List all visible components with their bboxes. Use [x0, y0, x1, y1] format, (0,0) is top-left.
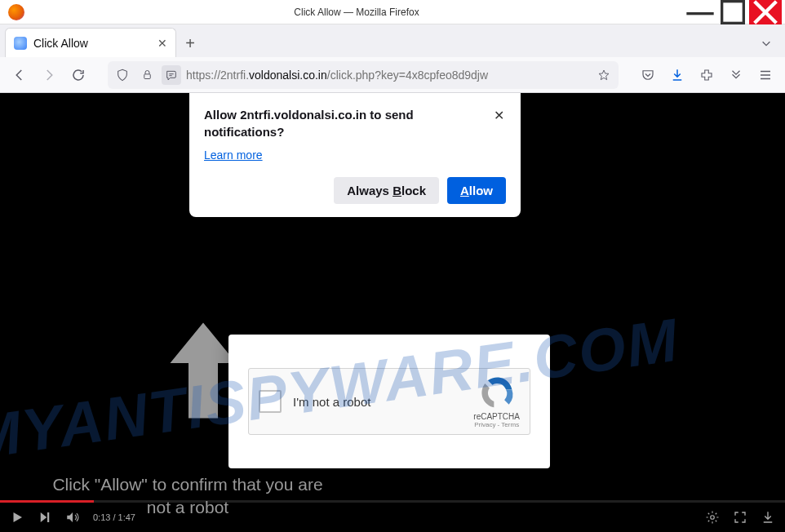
browser-tab[interactable]: Click Allow ✕: [5, 28, 176, 57]
bookmark-star-icon[interactable]: [594, 65, 614, 85]
permission-icon[interactable]: [162, 65, 181, 85]
notification-permission-popup: Allow 2ntrfi.voldonalsi.co.in to send no…: [189, 93, 521, 217]
svg-rect-1: [722, 1, 744, 23]
back-button[interactable]: [7, 62, 33, 88]
recaptcha-checkbox[interactable]: [259, 390, 282, 413]
forward-button[interactable]: [36, 62, 62, 88]
recaptcha-brand: reCAPTCHA: [473, 412, 520, 421]
notification-learn-more-link[interactable]: Learn more: [204, 149, 263, 162]
reload-button[interactable]: [65, 62, 91, 88]
toolbar-right: [635, 62, 778, 88]
window-title: Click Allow — Mozilla Firefox: [29, 7, 684, 18]
shield-icon[interactable]: [113, 65, 132, 85]
svg-rect-3: [47, 512, 49, 522]
play-button[interactable]: [10, 510, 24, 525]
recaptcha-logo-icon: [479, 375, 515, 410]
tab-title: Click Allow: [33, 37, 151, 50]
lock-icon[interactable]: [137, 65, 157, 85]
fullscreen-icon[interactable]: [733, 510, 747, 525]
video-controls: 0:13 / 1:47: [0, 503, 785, 532]
overflow-icon[interactable]: [723, 62, 749, 88]
svg-rect-0: [686, 12, 713, 15]
notification-close-icon[interactable]: ✕: [492, 106, 506, 125]
downloads-icon[interactable]: [664, 62, 690, 88]
tab-close-icon[interactable]: ✕: [157, 37, 167, 50]
next-button[interactable]: [38, 510, 52, 525]
minimize-button[interactable]: [684, 0, 716, 24]
svg-rect-2: [144, 74, 150, 79]
captcha-card: I'm not a robot reCAPTCHA Privacy - Term…: [228, 335, 550, 468]
maximize-button[interactable]: [716, 0, 749, 24]
recaptcha-label: I'm not a robot: [293, 395, 462, 409]
recaptcha-badge: reCAPTCHA Privacy - Terms: [473, 375, 520, 428]
address-bar[interactable]: https://2ntrfi.voldonalsi.co.in/click.ph…: [108, 61, 619, 89]
recaptcha-links[interactable]: Privacy - Terms: [473, 421, 520, 428]
notification-title: Allow 2ntrfi.voldonalsi.co.in to send no…: [204, 106, 492, 140]
always-block-button[interactable]: Always Block: [334, 177, 439, 204]
tab-strip: Click Allow ✕ +: [0, 24, 785, 57]
menu-icon[interactable]: [752, 62, 778, 88]
video-time: 0:13 / 1:47: [93, 512, 135, 522]
toolbar: https://2ntrfi.voldonalsi.co.in/click.ph…: [0, 57, 785, 93]
allow-button[interactable]: Allow: [447, 177, 506, 204]
new-tab-button[interactable]: +: [176, 29, 204, 57]
window-controls: [684, 0, 782, 24]
window-titlebar: Click Allow — Mozilla Firefox: [0, 0, 785, 24]
tabs-dropdown-button[interactable]: [752, 29, 780, 57]
download-video-icon[interactable]: [761, 510, 775, 525]
pocket-icon[interactable]: [635, 62, 661, 88]
volume-icon[interactable]: [65, 510, 80, 525]
recaptcha-box[interactable]: I'm not a robot reCAPTCHA Privacy - Term…: [248, 368, 530, 435]
tab-favicon-icon: [14, 37, 27, 50]
firefox-icon: [8, 4, 24, 20]
url-text: https://2ntrfi.voldonalsi.co.in/click.ph…: [186, 69, 589, 82]
svg-point-4: [711, 516, 715, 520]
close-button[interactable]: [749, 0, 782, 24]
page-content: MYANTISPYWARE.COM Allow 2ntrfi.voldonals…: [0, 93, 785, 532]
extensions-icon[interactable]: [694, 62, 720, 88]
settings-icon[interactable]: [705, 510, 720, 525]
